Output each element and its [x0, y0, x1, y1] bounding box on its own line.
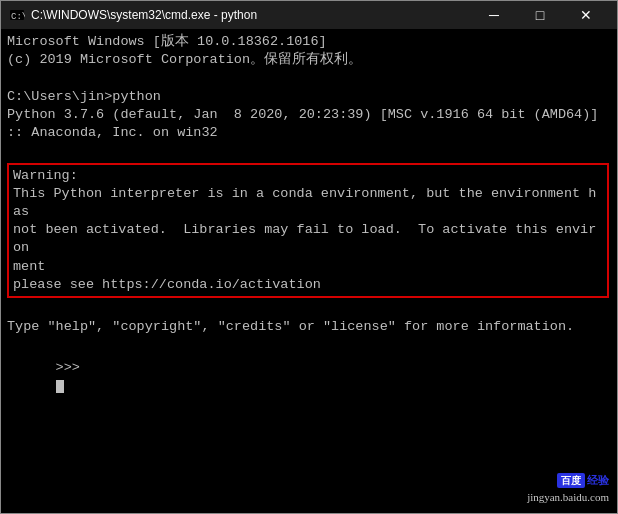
title-bar: C:\ C:\WINDOWS\system32\cmd.exe - python…: [1, 1, 617, 29]
warning-box: Warning: This Python interpreter is in a…: [7, 163, 609, 299]
close-button[interactable]: ✕: [563, 1, 609, 29]
terminal-info-line: Type "help", "copyright", "credits" or "…: [7, 318, 611, 336]
cursor-block: [56, 380, 64, 393]
terminal-line-5: Python 3.7.6 (default, Jan 8 2020, 20:23…: [7, 106, 611, 124]
baidu-logo: 百度 经验: [557, 473, 609, 489]
warning-line-3: not been activated. Libraries may fail t…: [13, 221, 603, 257]
warning-line-1: Warning:: [13, 167, 603, 185]
baidu-label: 经验: [587, 473, 609, 488]
terminal-prompt: >>>: [7, 341, 611, 414]
warning-line-2: This Python interpreter is in a conda en…: [13, 185, 603, 221]
watermark: 百度 经验 jingyan.baidu.com: [527, 473, 609, 505]
terminal-line-blank: [7, 142, 611, 160]
terminal-body[interactable]: Microsoft Windows [版本 10.0.18362.1016] (…: [1, 29, 617, 513]
baidu-site: jingyan.baidu.com: [527, 490, 609, 505]
window-title: C:\WINDOWS\system32\cmd.exe - python: [31, 8, 471, 22]
cmd-icon: C:\: [9, 7, 25, 23]
terminal-line-2: (c) 2019 Microsoft Corporation。保留所有权利。: [7, 51, 611, 69]
maximize-button[interactable]: □: [517, 1, 563, 29]
prompt-symbol: >>>: [56, 360, 80, 375]
warning-line-5: please see https://conda.io/activation: [13, 276, 603, 294]
minimize-button[interactable]: ─: [471, 1, 517, 29]
baidu-paw-icon: 百度: [557, 473, 585, 489]
terminal-line-1: Microsoft Windows [版本 10.0.18362.1016]: [7, 33, 611, 51]
terminal-blank-2: [7, 300, 611, 318]
terminal-line-3: [7, 69, 611, 87]
terminal-line-6: :: Anaconda, Inc. on win32: [7, 124, 611, 142]
warning-line-4: ment: [13, 258, 603, 276]
window-controls: ─ □ ✕: [471, 1, 609, 29]
cmd-window: C:\ C:\WINDOWS\system32\cmd.exe - python…: [0, 0, 618, 514]
terminal-line-4: C:\Users\jin>python: [7, 88, 611, 106]
svg-text:C:\: C:\: [11, 12, 25, 22]
